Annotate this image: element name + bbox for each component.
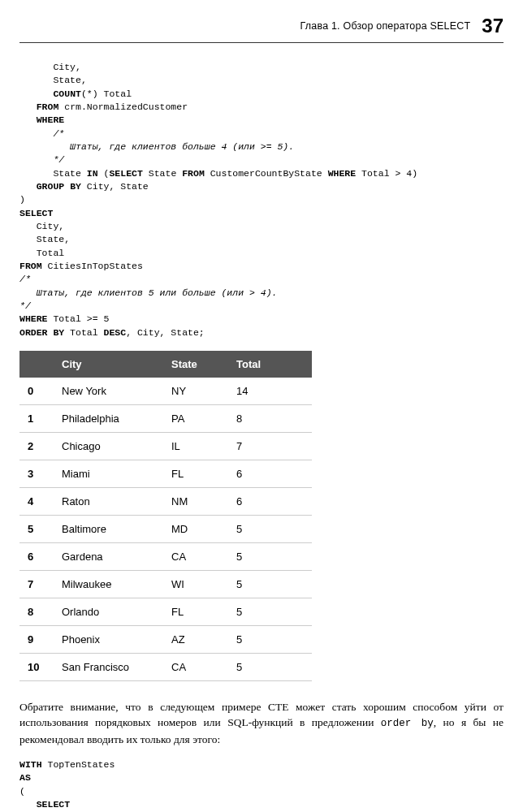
cell-state: IL	[163, 432, 228, 460]
cell-index: 3	[19, 460, 54, 487]
cell-index: 2	[19, 432, 54, 460]
cell-index: 9	[19, 625, 54, 653]
table-row: 8OrlandoFL5	[19, 598, 312, 625]
cell-total: 5	[228, 653, 312, 680]
cell-total: 8	[228, 404, 312, 432]
cell-city: Phoenix	[54, 625, 163, 653]
table-header-row: City State Total	[19, 351, 312, 378]
cell-state: NM	[163, 487, 228, 515]
cell-state: AZ	[163, 625, 228, 653]
cell-total: 5	[228, 570, 312, 598]
cell-state: WI	[163, 570, 228, 598]
cell-state: FL	[163, 460, 228, 487]
col-city: City	[54, 351, 163, 378]
table-row: 7MilwaukeeWI5	[19, 570, 312, 598]
cell-index: 1	[19, 404, 54, 432]
table-row: 6GardenaCA5	[19, 542, 312, 570]
cell-city: Milwaukee	[54, 570, 163, 598]
cell-total: 7	[228, 432, 312, 460]
cell-total: 6	[228, 487, 312, 515]
col-total: Total	[228, 351, 312, 378]
col-index	[19, 351, 54, 378]
cell-state: NY	[163, 378, 228, 405]
cell-state: CA	[163, 653, 228, 680]
cell-index: 8	[19, 598, 54, 625]
cell-state: MD	[163, 515, 228, 542]
table-row: 0New YorkNY14	[19, 378, 312, 405]
cell-state: PA	[163, 404, 228, 432]
table-row: 5BaltimoreMD5	[19, 515, 312, 542]
cell-city: Orlando	[54, 598, 163, 625]
cell-index: 0	[19, 378, 54, 405]
result-table: City State Total 0New YorkNY141Philadelp…	[19, 351, 312, 681]
cell-total: 5	[228, 598, 312, 625]
table-row: 1PhiladelphiaPA8	[19, 404, 312, 432]
table-body: 0New YorkNY141PhiladelphiaPA82ChicagoIL7…	[19, 378, 312, 681]
cell-state: CA	[163, 542, 228, 570]
cell-city: Miami	[54, 460, 163, 487]
body-paragraph: Обратите внимание, что в следующем приме…	[19, 699, 504, 747]
cell-index: 4	[19, 487, 54, 515]
cell-total: 6	[228, 460, 312, 487]
table-row: 10San FranciscoCA5	[19, 653, 312, 680]
table-row: 3MiamiFL6	[19, 460, 312, 487]
cell-total: 14	[228, 378, 312, 405]
cell-total: 5	[228, 515, 312, 542]
page-header: Глава 1. Обзор оператора SELECT 37	[19, 15, 504, 43]
cell-city: Raton	[54, 487, 163, 515]
cell-total: 5	[228, 625, 312, 653]
cell-index: 7	[19, 570, 54, 598]
table-row: 4RatonNM6	[19, 487, 312, 515]
sql-code-block-2: WITH TopTenStates AS ( SELECT	[19, 758, 504, 811]
cell-city: New York	[54, 378, 163, 405]
cell-total: 5	[228, 542, 312, 570]
cell-index: 5	[19, 515, 54, 542]
cell-index: 6	[19, 542, 54, 570]
cell-index: 10	[19, 653, 54, 680]
cell-city: Gardena	[54, 542, 163, 570]
chapter-title: Глава 1. Обзор оператора SELECT	[300, 20, 471, 32]
cell-city: Philadelphia	[54, 404, 163, 432]
cell-state: FL	[163, 598, 228, 625]
sql-code-block-1: City, State, COUNT(*) Total FROM crm.Nor…	[19, 61, 504, 339]
cell-city: San Francisco	[54, 653, 163, 680]
table-row: 2ChicagoIL7	[19, 432, 312, 460]
page-number: 37	[482, 15, 504, 37]
col-state: State	[163, 351, 228, 378]
table-row: 9PhoenixAZ5	[19, 625, 312, 653]
cell-city: Baltimore	[54, 515, 163, 542]
cell-city: Chicago	[54, 432, 163, 460]
